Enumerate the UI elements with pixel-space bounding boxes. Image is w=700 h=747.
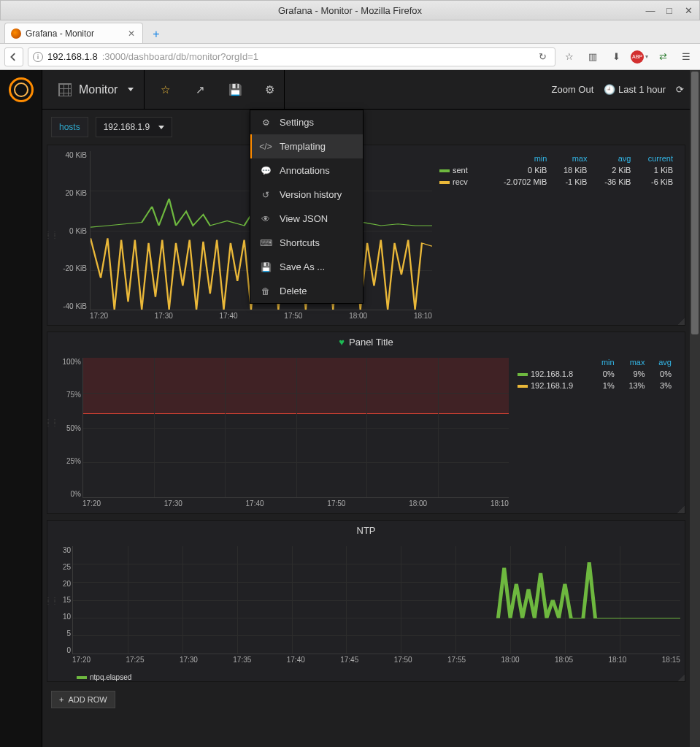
menu-item-templating[interactable]: </>Templating (250, 134, 363, 158)
grafana-app: Monitor ☆ ↗ 💾 ⚙ Zoom Out 🕘 Last 1 hour ⟳… (0, 70, 700, 747)
legend-row[interactable]: 192.168.1.80%9%0% (513, 368, 676, 380)
panel2-y-axis: 100%75%50%25%0% (52, 358, 81, 498)
panel2-chart[interactable]: 100%75%50%25%0% 17:2017:3017:4017:5018:0… (47, 352, 513, 513)
time-range-picker[interactable]: 🕘 Last 1 hour (604, 84, 666, 95)
panel1-legend: minmaxavgcurrent sent0 KiB18 KiB2 KiB1 K… (436, 145, 685, 325)
swatch-icon (439, 169, 450, 172)
panel3-x-axis: 17:2017:2517:3017:3517:4017:4517:5017:55… (72, 656, 680, 666)
keyboard-icon: ⌨ (261, 238, 271, 248)
new-tab-button[interactable]: + (147, 26, 165, 43)
dashboard-picker[interactable]: Monitor (48, 70, 145, 110)
downloads-icon[interactable]: ⬇ (607, 47, 626, 66)
swatch-icon (439, 181, 450, 184)
panel-resize-handle[interactable] (677, 674, 685, 681)
scrollbar-thumb[interactable] (691, 72, 699, 334)
url-path: :3000/dashboard/db/monitor?orgId=1 (102, 51, 258, 62)
sidebar (0, 70, 42, 747)
menu-item-save-as[interactable]: 💾Save As ... (250, 255, 363, 279)
panel3-plot (72, 546, 680, 654)
menu-item-shortcuts[interactable]: ⌨Shortcuts (250, 231, 363, 255)
dashboard-name: Monitor (79, 83, 118, 96)
library-icon[interactable]: ▥ (583, 47, 602, 66)
panel3-y-axis: 302520151050 (52, 546, 71, 654)
swirl-icon (9, 77, 34, 102)
chevron-down-icon (158, 126, 164, 129)
site-info-icon[interactable]: i (33, 52, 43, 62)
panel2-plot (82, 358, 509, 498)
template-variables-row: hosts 192.168.1.9 (42, 110, 690, 145)
heart-icon: ♥ (339, 337, 345, 348)
panel2-title[interactable]: ♥Panel Title (47, 332, 685, 352)
chevron-down-icon (128, 88, 134, 91)
back-button[interactable] (4, 47, 23, 66)
window-titlebar: Grafana - Monitor - Mozilla Firefox ― □ … (0, 0, 700, 20)
variable-label: hosts (51, 117, 88, 137)
panel2-legend: minmaxavg 192.168.1.80%9%0% 192.168.1.91… (513, 352, 685, 513)
legend-row[interactable]: sent0 KiB18 KiB2 KiB1 KiB (436, 164, 676, 176)
url-host: 192.168.1.8 (47, 51, 98, 62)
legend-row[interactable]: 192.168.1.91%13%3% (513, 380, 676, 391)
legend-row[interactable]: recv-2.0702 MiB-1 KiB-36 KiB-6 KiB (436, 176, 676, 188)
add-row-button[interactable]: + ADD ROW (51, 691, 115, 708)
swatch-icon (518, 385, 528, 388)
swatch-icon (77, 676, 87, 679)
code-icon: </> (261, 142, 271, 152)
window-maximize-button[interactable]: □ (664, 5, 674, 16)
grafana-favicon-icon (11, 28, 21, 39)
bookmark-icon[interactable]: ☆ (560, 47, 579, 66)
settings-dropdown-menu: ⚙Settings </>Templating 💬Annotations ↺Ve… (250, 110, 364, 304)
star-button[interactable]: ☆ (150, 70, 180, 110)
grafana-logo[interactable] (0, 70, 42, 110)
arrow-left-icon (9, 53, 18, 61)
panel-network[interactable]: ⋮⋮⋮⋮ 40 KiB20 KiB0 KiB-20 KiB-40 KiB (47, 145, 685, 326)
refresh-button[interactable]: ⟳ (676, 84, 684, 95)
dashboard-panels: ⋮⋮⋮⋮ 40 KiB20 KiB0 KiB-20 KiB-40 KiB (42, 145, 690, 747)
window-minimize-button[interactable]: ― (645, 5, 655, 16)
history-icon: ↺ (261, 190, 271, 200)
browser-navbar: i 192.168.1.8:3000/dashboard/db/monitor?… (0, 44, 700, 70)
panel3-line (73, 546, 680, 654)
panel1-x-axis: 17:2017:3017:4017:5018:0018:10 (90, 312, 432, 322)
panel-resize-handle[interactable] (677, 318, 685, 325)
menu-item-view-json[interactable]: 👁View JSON (250, 207, 363, 231)
save-button[interactable]: 💾 (220, 70, 250, 110)
settings-button[interactable]: ⚙ (255, 70, 285, 110)
browser-tab-title: Grafana - Monitor (26, 28, 94, 39)
menu-item-settings[interactable]: ⚙Settings (250, 110, 363, 134)
panel-ntp[interactable]: ⋮⋮⋮⋮ NTP 302520151050 (47, 520, 685, 682)
gear-icon: ⚙ (261, 118, 271, 128)
panel3-chart[interactable]: 302520151050 17:2017:2517:3017:3517:4017… (47, 540, 685, 669)
panel3-title[interactable]: NTP (47, 521, 685, 540)
menu-button[interactable]: ☰ (677, 47, 696, 66)
save-icon: 💾 (261, 262, 271, 272)
url-bar[interactable]: i 192.168.1.8:3000/dashboard/db/monitor?… (28, 47, 555, 66)
adblock-icon[interactable]: ABP▾ (630, 47, 649, 66)
panel1-chart[interactable]: 40 KiB20 KiB0 KiB-20 KiB-40 KiB 17:2017:… (47, 145, 436, 325)
zoom-out-button[interactable]: Zoom Out (552, 84, 594, 95)
comment-icon: 💬 (261, 166, 271, 176)
tab-close-button[interactable]: ✕ (126, 28, 136, 39)
variable-value-dropdown[interactable]: 192.168.1.9 (96, 117, 172, 137)
menu-item-annotations[interactable]: 💬Annotations (250, 158, 363, 183)
content-scrollbar[interactable] (690, 70, 700, 747)
window-close-button[interactable]: ✕ (683, 5, 693, 16)
panel1-y-axis: 40 KiB20 KiB0 KiB-20 KiB-40 KiB (52, 151, 87, 310)
window-title: Grafana - Monitor - Mozilla Firefox (278, 5, 422, 16)
menu-item-delete[interactable]: 🗑Delete (250, 279, 363, 303)
swatch-icon (518, 373, 528, 376)
eye-icon: 👁 (261, 214, 271, 224)
panel2-x-axis: 17:2017:3017:4017:5018:0018:10 (82, 499, 509, 510)
panel-title[interactable]: ⋮⋮⋮⋮ ♥Panel Title 100%75%50%25%0% (47, 332, 685, 514)
trash-icon: 🗑 (261, 286, 271, 296)
panel-resize-handle[interactable] (677, 506, 685, 513)
share-button[interactable]: ↗ (185, 70, 215, 110)
reload-button[interactable]: ↻ (534, 49, 550, 65)
panel3-legend[interactable]: ntpq.elapsed (47, 669, 685, 686)
dashboard-topbar: Monitor ☆ ↗ 💾 ⚙ Zoom Out 🕘 Last 1 hour ⟳… (42, 70, 690, 110)
sync-icon[interactable]: ⇄ (653, 47, 672, 66)
browser-tabstrip: Grafana - Monitor ✕ + (0, 20, 700, 44)
browser-tab[interactable]: Grafana - Monitor ✕ (4, 23, 143, 43)
menu-item-version-history[interactable]: ↺Version history (250, 183, 363, 207)
grid-icon (58, 83, 72, 96)
